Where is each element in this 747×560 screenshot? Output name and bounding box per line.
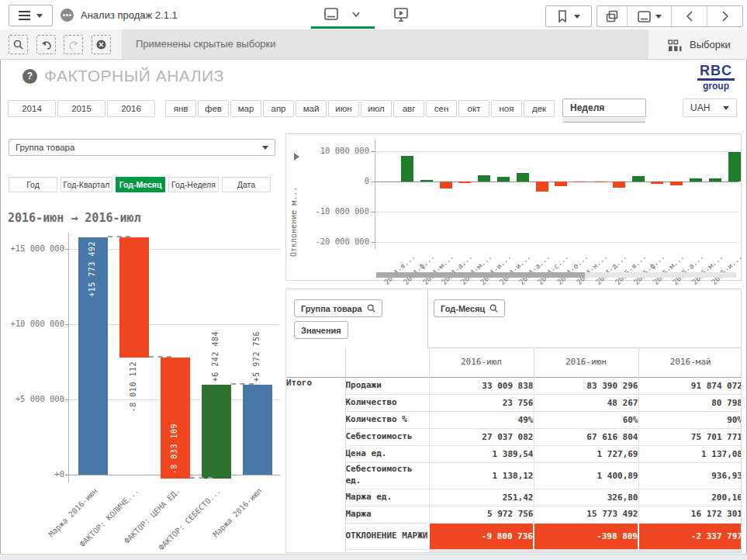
waterfall-bar-label: -8 033 109: [170, 423, 178, 474]
axis-tick: [65, 324, 69, 325]
measure-value-cell: 48 267: [534, 394, 638, 411]
y-axis-tick-label: -10 000 000: [306, 206, 369, 216]
help-icon[interactable]: ?: [22, 69, 37, 84]
deviation-bar[interactable]: [517, 173, 529, 181]
undo-selection-button[interactable]: [36, 35, 56, 54]
deviation-bar[interactable]: [651, 181, 663, 184]
deviation-chart-panel: Отклонение м... 10 000 0000-10 000 000-2…: [285, 133, 742, 281]
measure-label-cell: Себестоимость: [345, 428, 429, 445]
month-button[interactable]: апр: [263, 100, 294, 117]
undo-icon: [41, 40, 52, 50]
row-dimension-button[interactable]: Группа товара: [294, 299, 382, 317]
deviation-bar[interactable]: [632, 176, 645, 181]
deviation-bar[interactable]: [420, 180, 433, 181]
clear-selections-button[interactable]: [92, 35, 111, 54]
measure-value-cell: 75 701 771: [638, 428, 742, 445]
month-button[interactable]: мар: [230, 100, 261, 117]
period-tab[interactable]: Дата: [222, 177, 271, 192]
deviation-bar[interactable]: [458, 181, 471, 183]
period-tab[interactable]: Год-Месяц: [116, 177, 165, 192]
search-icon: [367, 304, 375, 313]
month-button[interactable]: сен: [426, 100, 457, 117]
deviation-bar[interactable]: [690, 178, 702, 181]
measure-label-cell: ФАКТОР:: [345, 549, 429, 553]
duplicate-sheet-button[interactable]: [597, 6, 628, 26]
month-button[interactable]: дек: [524, 100, 555, 117]
y-axis-tick-label: +10 000 000: [2, 319, 64, 328]
measure-value-cell: 60%: [534, 411, 638, 428]
column-header[interactable]: 2016-июл: [429, 347, 534, 377]
product-group-dropdown[interactable]: Группа товара: [9, 139, 275, 156]
column-header[interactable]: 2016-май: [638, 347, 742, 377]
measure-value-cell: 33 009 838: [429, 377, 534, 394]
product-group-label: Группа товара: [16, 143, 74, 152]
waterfall-bar[interactable]: [202, 385, 231, 479]
measure-value-cell: -398 809: [534, 523, 638, 549]
waterfall-bar[interactable]: [119, 237, 149, 358]
month-button[interactable]: июл: [361, 100, 392, 117]
logo-line1: RBC: [697, 64, 735, 81]
deviation-bar[interactable]: [497, 177, 510, 181]
year-button[interactable]: 2014: [8, 100, 56, 117]
month-button[interactable]: янв: [165, 100, 196, 117]
deviation-bar[interactable]: [555, 181, 567, 186]
deviation-bar[interactable]: [478, 175, 490, 181]
currency-dropdown[interactable]: UAH: [683, 99, 737, 117]
expand-arrow-icon[interactable]: [294, 153, 299, 161]
deviation-bar[interactable]: [613, 181, 625, 188]
sheet-view-icon[interactable]: [324, 8, 338, 21]
week-filter[interactable]: Неделя: [562, 99, 646, 117]
y-axis-tick-label: 0: [306, 176, 369, 185]
deviation-bar[interactable]: [670, 181, 683, 185]
bookmark-button[interactable]: [545, 5, 592, 27]
measures-button[interactable]: Значения: [294, 321, 348, 339]
period-tab[interactable]: Год-Квартал: [61, 177, 112, 192]
measure-value-cell: 200,16: [638, 489, 742, 506]
pivot-table: 2016-июл2016-июн2016-майИтогоПродажи33 0…: [286, 347, 742, 553]
month-button[interactable]: ноя: [491, 100, 522, 117]
global-menu-button[interactable]: [9, 5, 53, 26]
deviation-bar[interactable]: [574, 181, 586, 182]
table-row: Себестоимость ед.1 138,121 400,89936,93: [286, 462, 742, 489]
sheet-chevron-down-icon[interactable]: [351, 11, 361, 18]
chart-scrollbar[interactable]: [376, 272, 736, 278]
measure-value-cell: 1 389,54: [429, 445, 534, 462]
year-button[interactable]: 2015: [57, 100, 105, 117]
app-options-icon[interactable]: [61, 9, 74, 22]
selections-label[interactable]: Выборки: [690, 39, 731, 50]
column-dimension-button[interactable]: Год-Месяц: [434, 299, 505, 317]
period-tab[interactable]: Год-Неделя: [168, 177, 219, 192]
sheet-list-button[interactable]: [628, 6, 673, 26]
chart-scrollbar-thumb[interactable]: [376, 272, 585, 278]
deviation-bar[interactable]: [593, 181, 606, 182]
deviation-bar[interactable]: [440, 181, 452, 188]
measure-value-cell: [638, 549, 742, 553]
search-icon: [489, 304, 498, 313]
deviation-bar[interactable]: [401, 156, 413, 181]
year-button[interactable]: 2016: [107, 100, 155, 117]
axis-tick: [372, 181, 375, 182]
month-button[interactable]: авг: [393, 100, 424, 117]
storytelling-icon[interactable]: [394, 8, 408, 22]
column-header[interactable]: 2016-июн: [534, 347, 638, 377]
search-icon: [13, 40, 23, 50]
deviation-bar[interactable]: [728, 152, 741, 181]
waterfall-bar[interactable]: [243, 385, 272, 475]
month-button[interactable]: окт: [458, 100, 489, 117]
deviation-bar[interactable]: [709, 178, 721, 181]
measure-value-cell: 15 773 492: [534, 506, 638, 523]
smart-search-button[interactable]: [9, 35, 28, 54]
redo-selection-button[interactable]: [64, 35, 83, 54]
next-sheet-button[interactable]: [707, 6, 742, 26]
prev-sheet-button[interactable]: [672, 6, 707, 26]
measure-value-cell: 251,42: [429, 489, 534, 506]
month-button[interactable]: фев: [198, 100, 229, 117]
period-tab[interactable]: Год: [9, 177, 57, 192]
month-button[interactable]: май: [296, 100, 327, 117]
waterfall-connector: [108, 236, 130, 237]
axis-tick: [65, 399, 69, 400]
month-button[interactable]: июн: [328, 100, 359, 117]
selections-tool-icon[interactable]: [668, 40, 682, 52]
deviation-bar[interactable]: [536, 181, 548, 192]
measure-value-cell: [429, 549, 534, 553]
